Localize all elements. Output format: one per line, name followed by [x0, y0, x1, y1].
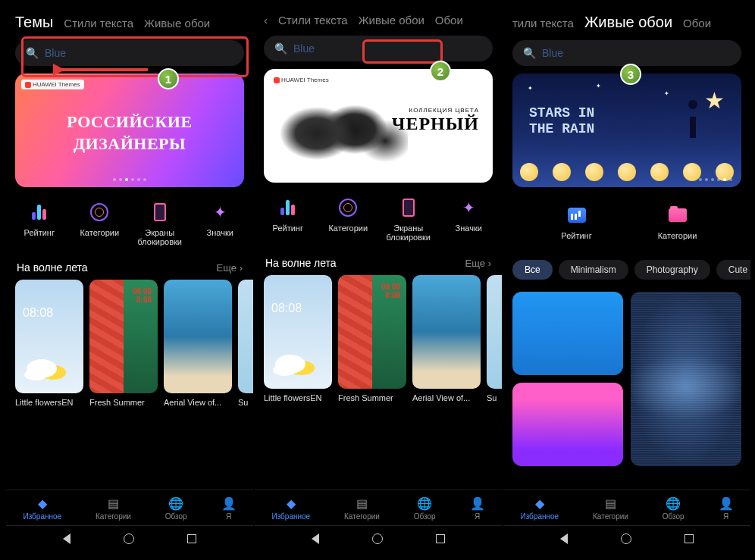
top-tabs: Темы Стили текста Живые обои — [6, 6, 253, 37]
list-icon: ▤ — [108, 496, 119, 511]
section-header: На волне лета Еще › — [255, 252, 502, 275]
globe-icon — [88, 201, 111, 224]
tab-themes[interactable]: Темы — [15, 14, 53, 31]
theme-thumb[interactable]: Su — [238, 280, 253, 407]
annotation-badge-1: 1 — [158, 68, 179, 89]
back-icon[interactable] — [312, 533, 319, 544]
tab-live-wallpapers[interactable]: Живые обои — [359, 14, 424, 27]
person-icon: 👤 — [470, 496, 485, 511]
bottom-nav: ◆Избранное ▤Категории 🌐Обзор 👤Я — [255, 490, 502, 525]
tab-wallpapers[interactable]: Обои — [435, 14, 463, 27]
phone-icon — [397, 196, 420, 219]
filter-chips: Все Minimalism Photography Cute — [503, 254, 750, 286]
tab-text-styles[interactable]: Стили текста — [64, 17, 133, 30]
theme-thumb[interactable]: Su — [487, 275, 502, 402]
nav-browse[interactable]: 🌐Обзор — [414, 496, 436, 521]
nav-me[interactable]: 👤Я — [719, 496, 734, 521]
list-icon: ▤ — [356, 496, 368, 511]
list-icon: ▤ — [605, 496, 616, 511]
featured-banner[interactable]: ✦✦✦· Stars inthe Rain ★ — [512, 74, 741, 187]
globe-icon: 🌐 — [666, 496, 681, 511]
cat-lockscreens[interactable]: Экраны блокировки — [133, 201, 186, 246]
category-row: Рейтинг Категории Экраны блокировки ✦Зна… — [255, 190, 502, 252]
more-link[interactable]: Еще › — [465, 258, 491, 269]
nav-me[interactable]: 👤Я — [221, 496, 237, 521]
cat-categories[interactable]: Категории — [632, 204, 723, 240]
cat-rating[interactable]: Рейтинг — [13, 201, 66, 246]
section-header: На волне лета Еще › — [6, 257, 253, 280]
nav-categories[interactable]: ▤Категории — [96, 496, 131, 521]
chip-photography[interactable]: Photography — [634, 260, 710, 280]
wallpaper-tile[interactable] — [631, 292, 741, 466]
globe-icon — [337, 196, 359, 219]
tab-text-styles[interactable]: Стили текста — [278, 14, 348, 27]
cat-lockscreens[interactable]: Экраны блокировки — [382, 196, 435, 242]
home-icon[interactable] — [124, 533, 134, 544]
bottom-nav: ◆Избранное ▤Категории 🌐Обзор 👤Я — [503, 490, 750, 525]
cat-icons[interactable]: ✦Значки — [442, 196, 495, 242]
system-nav — [503, 525, 750, 552]
theme-thumb[interactable]: Fresh Summer — [338, 275, 406, 402]
more-link[interactable]: Еще › — [217, 262, 243, 274]
nav-me[interactable]: 👤Я — [470, 496, 485, 521]
tab-wallpapers[interactable]: Обои — [683, 17, 711, 30]
top-tabs: тили текста Живые обои Обои — [503, 6, 750, 37]
thumbs-row: Little flowersEN Fresh Summer Aerial Vie… — [255, 275, 502, 402]
tab-live-wallpapers[interactable]: Живые обои — [584, 14, 672, 31]
nav-browse[interactable]: 🌐Обзор — [165, 496, 187, 521]
chip-cute[interactable]: Cute — [716, 260, 750, 280]
search-icon: 🔍 — [274, 42, 287, 55]
theme-thumb[interactable]: Aerial View of... — [412, 275, 481, 402]
annotation-badge-2: 2 — [430, 61, 451, 82]
theme-thumb[interactable]: Little flowersEN — [15, 280, 83, 407]
home-icon[interactable] — [372, 533, 383, 544]
wallpaper-tile[interactable] — [512, 292, 623, 375]
nav-browse[interactable]: 🌐Обзор — [663, 496, 685, 521]
banner-tag: HUAWEI Themes — [270, 75, 333, 85]
cat-icons[interactable]: ✦Значки — [193, 201, 246, 246]
bookmark-icon: ◆ — [287, 496, 296, 511]
cat-categories[interactable]: Категории — [73, 201, 126, 246]
nav-featured[interactable]: ◆Избранное — [23, 496, 61, 521]
nav-featured[interactable]: ◆Избранное — [271, 496, 310, 521]
back-icon[interactable] — [63, 533, 70, 544]
wallpaper-grid — [503, 286, 750, 472]
category-row: Рейтинг Категории — [503, 195, 750, 254]
theme-thumb[interactable]: Aerial View of... — [164, 280, 232, 407]
featured-banner[interactable]: HUAWEI Themes КОЛЛЕКЦИЯ ЦВЕТАЧЕРНЫЙ — [264, 69, 493, 183]
person-icon: 👤 — [221, 496, 237, 511]
system-nav — [6, 525, 253, 552]
search-bar[interactable]: 🔍 Blue — [512, 40, 741, 66]
bookmark-icon: ◆ — [38, 496, 47, 511]
phone-screen-3: тили текста Живые обои Обои 🔍 Blue ✦✦✦· … — [503, 6, 750, 552]
nav-categories[interactable]: ▤Категории — [593, 496, 628, 521]
recents-icon[interactable] — [685, 534, 694, 543]
nav-categories[interactable]: ▤Категории — [344, 496, 380, 521]
home-icon[interactable] — [621, 533, 631, 544]
search-bar[interactable]: 🔍 Blue — [264, 36, 493, 61]
search-placeholder: Blue — [45, 47, 66, 59]
annotation-badge-3: 3 — [620, 64, 641, 85]
cat-categories[interactable]: Категории — [321, 196, 374, 242]
chip-minimalism[interactable]: Minimalism — [559, 260, 628, 280]
nav-featured[interactable]: ◆Избранное — [520, 496, 559, 521]
recents-icon[interactable] — [436, 534, 445, 543]
cat-rating[interactable]: Рейтинг — [262, 196, 315, 242]
tab-text-styles-partial[interactable]: тили текста — [512, 17, 574, 30]
carousel-dots — [113, 178, 146, 181]
featured-banner[interactable]: HUAWEI Themes РоссийскиеДизайнеры — [15, 74, 244, 187]
folder-icon — [666, 204, 689, 227]
cat-rating[interactable]: Рейтинг — [531, 204, 622, 240]
back-icon[interactable] — [560, 533, 568, 544]
carousel-dots — [699, 178, 732, 181]
tab-live-wallpapers[interactable]: Живые обои — [144, 17, 210, 30]
recents-icon[interactable] — [187, 534, 196, 543]
phone-screen-2: ‹ Стили текста Живые обои Обои 🔍 Blue HU… — [255, 6, 502, 552]
sparkle-icon: ✦ — [208, 201, 231, 224]
chip-all[interactable]: Все — [512, 260, 553, 280]
tab-prev-chevron[interactable]: ‹ — [264, 14, 268, 27]
theme-thumb[interactable]: Little flowersEN — [264, 275, 332, 402]
theme-thumb[interactable]: Fresh Summer — [89, 280, 158, 407]
wallpaper-tile[interactable] — [512, 383, 623, 466]
bookmark-icon: ◆ — [535, 496, 544, 511]
